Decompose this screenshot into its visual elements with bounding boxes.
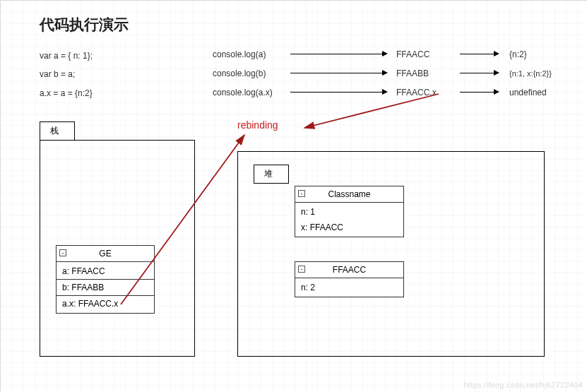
log-call: console.log(a.x) xyxy=(213,88,290,97)
code-line-2: var b = a; xyxy=(40,65,93,83)
uml-body: a: FFAACC b: FFAABB a.x: FFAACC.x xyxy=(57,262,154,313)
code-line-1: var a = { n: 1}; xyxy=(40,47,93,65)
log-mid: FFAACC.x xyxy=(396,88,460,97)
uml-body: n: 2 xyxy=(295,278,403,297)
log-mid: FFAACC xyxy=(396,49,460,59)
log-out: {n:2} xyxy=(509,49,566,59)
log-out: {n:1, x:{n:2}} xyxy=(509,69,566,78)
log-row-a: console.log(a) FFAACC {n:2} xyxy=(213,44,566,64)
log-mid: FFAABB xyxy=(396,69,460,78)
uml-classname: - Classname n: 1 x: FFAACC xyxy=(295,186,404,237)
uml-title: GE xyxy=(99,249,111,259)
ge-row-ax: a.x: FFAACC.x xyxy=(57,295,154,311)
stack-tab: 栈 xyxy=(40,121,75,140)
log-out: undefined xyxy=(509,88,566,97)
arrow-icon xyxy=(460,73,494,73)
page-title: 代码执行演示 xyxy=(40,15,129,35)
uml-body: n: 1 x: FFAACC xyxy=(295,203,403,237)
classname-row-n: n: 1 xyxy=(295,204,403,220)
collapse-icon[interactable]: - xyxy=(298,266,305,273)
source-code: var a = { n: 1}; var b = a; a.x = a = {n… xyxy=(40,47,93,102)
heap-tab: 堆 xyxy=(254,165,289,184)
collapse-icon[interactable]: - xyxy=(59,249,66,256)
arrow-icon xyxy=(460,54,494,54)
uml-title: FFAACC xyxy=(333,265,366,275)
arrow-icon xyxy=(290,92,382,93)
ge-row-a: a: FFAACC xyxy=(57,263,154,279)
arrow-icon xyxy=(290,73,382,73)
console-log-table: console.log(a) FFAACC {n:2} console.log(… xyxy=(213,44,566,102)
rebinding-label: rebinding xyxy=(237,119,278,131)
code-line-3: a.x = a = {n:2} xyxy=(40,84,93,102)
classname-row-x: x: FFAACC xyxy=(295,220,403,235)
uml-ffaacc: - FFAACC n: 2 xyxy=(295,261,404,297)
uml-title: Classname xyxy=(328,189,370,199)
ge-row-b: b: FFAABB xyxy=(57,279,154,295)
uml-head: - FFAACC xyxy=(295,262,403,278)
watermark: https://blog.csdn.net/hjb2722404 xyxy=(463,381,583,389)
arrow-icon xyxy=(460,92,494,93)
diagram-canvas: 代码执行演示 var a = { n: 1}; var b = a; a.x =… xyxy=(0,0,587,392)
stack-container: 栈 - GE a: FFAACC b: FFAABB a.x: FFAACC.x xyxy=(40,140,195,357)
log-call: console.log(a) xyxy=(213,49,290,59)
arrow-icon xyxy=(290,54,382,54)
uml-head: - GE xyxy=(57,246,154,262)
uml-head: - Classname xyxy=(295,186,403,203)
log-row-ax: console.log(a.x) FFAACC.x undefined xyxy=(213,83,566,102)
heap-container: 堆 - Classname n: 1 x: FFAACC - FFAACC n:… xyxy=(237,151,545,357)
log-row-b: console.log(b) FFAABB {n:1, x:{n:2}} xyxy=(213,64,566,83)
uml-ge: - GE a: FFAACC b: FFAABB a.x: FFAACC.x xyxy=(56,245,155,314)
collapse-icon[interactable]: - xyxy=(298,190,305,197)
log-call: console.log(b) xyxy=(213,69,290,78)
ffaacc-row-n: n: 2 xyxy=(295,280,403,295)
